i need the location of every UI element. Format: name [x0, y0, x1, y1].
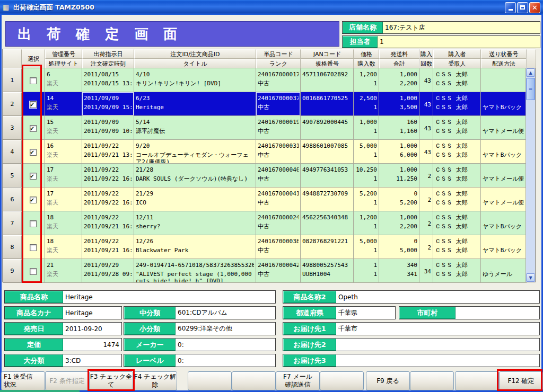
record-label-value[interactable]: 0: [176, 354, 275, 367]
scroll-down-icon[interactable]: ▼ [526, 273, 535, 282]
titlebar-buttons: ✕ [505, 2, 540, 13]
table-row[interactable]: 921楽天2011/09/292011/09/28 09:35249-01947… [3, 259, 527, 283]
fkey-f4-button[interactable]: F4 チェック解除 [133, 371, 177, 390]
fkey-empty-slot [232, 371, 276, 390]
cell-buyer: ＣＳＳ 太郎ＣＳＳ 太郎 [433, 140, 481, 164]
table-row[interactable]: 818楽天2011/09/222011/09/21 16:4612/26Blac… [3, 235, 527, 259]
release-date-value[interactable]: 2011-09-20 [63, 323, 121, 335]
mid-class-value[interactable]: 601:CDアルバム [176, 307, 275, 319]
scroll-up-icon[interactable]: ▲ [526, 68, 535, 77]
row-checkbox[interactable] [30, 149, 37, 156]
fkey-f3-button[interactable]: F3 チェック全て [89, 371, 133, 390]
cell-jan-line2: UUBH1004 [302, 271, 352, 278]
cell-code: 240167000040中古 [256, 164, 301, 188]
cell-buyer-line1: ＣＳＳ 太郎 [435, 213, 479, 223]
row-checkbox[interactable] [30, 125, 37, 132]
table-row[interactable]: 517楽天2011/09/222011/09/22 16:3221/28DARK… [3, 164, 527, 188]
table-row[interactable]: 315楽天2011/09/092011/09/09 10:435/14源平討魔伝… [3, 116, 527, 140]
cell-price-line2: 1 [355, 199, 377, 207]
prefecture-label: 都道府県 [283, 307, 336, 319]
app-icon: ▦ [3, 3, 11, 12]
cell-price: 2,5001 [354, 92, 379, 116]
addr2-label: お届け先2 [283, 338, 336, 351]
header-col-price: 価格購入数 [354, 49, 379, 68]
cell-invoice: ヤマトBパック [481, 140, 527, 164]
cell-date-line1: 2011/09/22 [84, 237, 132, 247]
row-number: 9 [3, 259, 22, 283]
store-name-label: 店舗名称 [343, 22, 383, 33]
city-value[interactable] [456, 307, 539, 319]
row-checkbox[interactable] [30, 244, 37, 251]
cell-code-line2: 中古 [258, 223, 299, 230]
table-row[interactable]: 16楽天2011/08/152011/08/15 13:114/10キリン!キリ… [3, 68, 527, 92]
cell-fee-line2: 2,200 [381, 223, 417, 230]
cell-date-line1: 2011/09/22 [84, 165, 132, 175]
row-checkbox[interactable] [30, 197, 37, 203]
cell-fee-line2: 2,200 [381, 80, 417, 87]
cell-buyer: ＣＳＳ 太郎ＣＳＳ 太郎 [433, 68, 481, 92]
row-number: 5 [3, 164, 22, 188]
cell-code-line2: 中古 [258, 152, 299, 159]
maximize-button[interactable] [517, 2, 528, 13]
cell-date-line1: 2011/09/29 [84, 261, 132, 271]
fkey-f1-button[interactable]: F1 送受信 状況 [1, 371, 45, 390]
row-number: 7 [3, 211, 22, 235]
cell-order-title: 9/20コールオブデューティモダン・ウォーフェア2(廉価版) [134, 140, 256, 164]
addr1-value[interactable]: 千葉市 [336, 323, 539, 335]
row-checkbox[interactable] [30, 220, 37, 227]
row-checkbox[interactable] [30, 268, 37, 275]
minimize-button[interactable] [505, 2, 516, 13]
row-checkbox[interactable] [30, 101, 37, 108]
cell-kanri-line1: 18 [47, 213, 80, 223]
scrollbar-thumb[interactable]: ≡ [526, 78, 535, 100]
cell-code: 240167000041中古 [256, 188, 301, 211]
maker-value[interactable]: 0: [176, 338, 275, 351]
cell-buyer-line2: ＣＳＳ 太郎 [435, 223, 479, 230]
table-row[interactable]: 416楽天2011/09/222011/09/21 13:119/20コールオブ… [3, 140, 527, 164]
item-name2-value[interactable]: Opeth [336, 291, 539, 303]
fkey-f7-button[interactable]: F7 メール 確認送信 [276, 371, 320, 390]
table-row[interactable]: 214楽天2011/09/092011/09/09 15:236/23Herit… [3, 92, 527, 116]
cell-date-line2: 2011/09/09 10:43 [84, 128, 132, 135]
maker-label: メーカー [124, 338, 176, 351]
cell-buyer-line2: ＣＳＳ 太郎 [435, 175, 479, 183]
cell-kanri: 15楽天 [45, 116, 82, 140]
sub-class-value[interactable]: 60299:洋楽その他 [176, 323, 275, 335]
cell-fee-line1: 0 [381, 189, 417, 199]
cell-price-line1: 5,200 [355, 189, 377, 199]
store-name-value[interactable]: 167:テスト店 [383, 22, 540, 33]
staff-value[interactable]: 1 [378, 36, 540, 48]
item-kana-value[interactable]: Heritage [63, 307, 121, 319]
cell-buyer-line1: ＣＳＳ 太郎 [435, 94, 479, 104]
item-name-value[interactable]: Heritage [63, 291, 275, 303]
cell-price: 1,0001 [354, 116, 379, 140]
list-price-label: 定価 [5, 338, 63, 351]
addr2-value[interactable] [336, 338, 539, 351]
row-checkbox[interactable] [30, 173, 37, 180]
cell-buyer-line2: ＣＳＳ 太郎 [435, 104, 479, 111]
fkey-f9-button[interactable]: F9 戻る [366, 371, 410, 390]
cell-buyer-line2: ＣＳＳ 太郎 [435, 152, 479, 159]
prefecture-value[interactable]: 千葉県 [336, 307, 395, 319]
cell-invoice-line1 [483, 237, 524, 247]
fkey-f12-button[interactable]: F12 確定 [499, 371, 543, 390]
header-buyer-bottom: 受取人 [433, 59, 481, 68]
table-row[interactable]: 617楽天2011/09/222011/09/22 16:3221/29ICO2… [3, 188, 527, 211]
release-date-label: 発売日 [5, 323, 63, 335]
vertical-scrollbar[interactable]: ▲ ≡ ▼ [526, 68, 535, 282]
cell-code-line1: 240167000024 [258, 213, 299, 223]
table-row[interactable]: 718楽天2011/09/222011/09/21 16:4612/11sher… [3, 211, 527, 235]
row-checkbox[interactable] [30, 77, 37, 84]
close-button[interactable]: ✕ [529, 2, 540, 13]
cell-fee: 05,000 [379, 235, 419, 259]
addr3-value[interactable] [336, 354, 539, 367]
list-price-value[interactable]: 1474 [63, 338, 121, 351]
header-date-bottom: 注文確定時刻 [82, 59, 134, 68]
cell-fee-line2: 6,000 [381, 152, 417, 159]
cell-buyer: ＣＳＳ 太郎ＣＳＳ 太郎 [433, 188, 481, 211]
big-class-value[interactable]: 3:CD [63, 354, 121, 367]
cell-price-line1: 10,250 [355, 165, 377, 175]
header-col-jan: JANコード規格番号 [301, 49, 354, 68]
cell-order-title: 12/26Blackwater Park [134, 235, 256, 259]
cell-price-line2: 1 [355, 152, 377, 159]
